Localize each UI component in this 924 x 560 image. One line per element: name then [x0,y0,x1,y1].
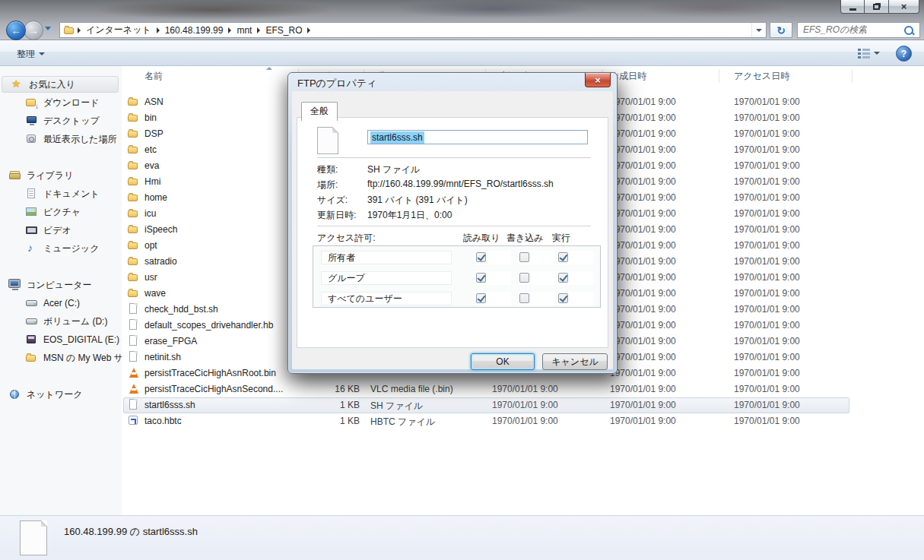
write-checkbox[interactable] [519,252,529,262]
dialog-field-label: 更新日時: [317,209,356,222]
back-button[interactable]: ← [6,21,26,40]
breadcrumb-item[interactable]: mnt [233,25,256,36]
help-button[interactable]: ? [896,46,912,62]
sidebar-item-label: ピクチャ [43,206,81,219]
desktop-icon [26,115,38,127]
ok-button[interactable]: OK [471,353,535,370]
sidebar-item-label: ドキュメント [43,188,100,201]
breadcrumb-item[interactable]: 160.48.199.99 [161,25,227,36]
sidebar-item-label: MSN の My Web サ [43,352,122,365]
dialog-field-value: 391 バイト (391 バイト) [367,194,468,207]
sidebar-item-downloads[interactable]: ダウンロード [0,94,122,111]
file-type: VLC media file (.bin) [370,384,453,394]
file-accessed: 1970/01/01 9:00 [734,192,800,203]
sidebar-item-favorites[interactable]: お気に入り [2,76,119,93]
recent-pages-dropdown-icon[interactable] [45,27,51,30]
search-icon [904,26,913,35]
file-accessed: 1970/01/01 9:00 [734,320,800,331]
close-icon: × [595,75,601,85]
read-checkbox[interactable] [476,293,486,303]
sidebar-item-libraries[interactable]: ライブラリ [0,167,122,184]
vlc-icon [128,383,140,395]
sidebar-item-label: コンピューター [27,279,91,292]
dialog-field-value: ftp://160.48.199.99/mnt/EFS_RO/startl6ss… [367,179,554,189]
libraries-icon [9,169,21,182]
execute-checkbox[interactable] [558,252,568,262]
file-created: 1970/01/01 9:00 [610,160,676,171]
chevron-down-icon [756,29,762,32]
folder-icon [128,191,140,204]
sidebar-item-label: Acer (C:) [43,298,80,308]
write-checkbox[interactable] [519,273,529,283]
sidebar-item-videos[interactable]: ビデオ [0,222,122,239]
sidebar-item-computer[interactable]: コンピューター [0,277,122,293]
file-row[interactable]: startl6sss.sh1 KBSH ファイル1970/01/01 9:001… [122,397,924,413]
dialog-close-button[interactable]: × [585,73,611,87]
execute-checkbox[interactable] [558,273,568,283]
sidebar-item-pictures[interactable]: ピクチャ [0,204,122,220]
sidebar-item-documents[interactable]: ドキュメント [0,185,122,202]
sidebar-item-network[interactable]: ネットワーク [0,386,122,403]
permission-cell [557,271,593,285]
sidebar-item-label: 最近表示した場所 [43,133,117,146]
navigation-pane: お気に入りダウンロードデスクトップ最近表示した場所ライブラリドキュメントピクチャ… [0,66,122,515]
sidebar-item-music[interactable]: ミュージック [0,240,122,257]
breadcrumb-item[interactable]: EFS_RO [262,25,306,36]
views-button[interactable] [858,48,880,59]
restore-button[interactable] [865,0,889,14]
sidebar-item-msn-folder[interactable]: MSN の My Web サ [0,350,122,366]
file-icon [128,303,140,315]
execute-checkbox[interactable] [558,293,568,303]
cancel-button[interactable]: キャンセル [542,353,608,370]
file-name: DSP [144,128,164,139]
sidebar-item-desktop[interactable]: デスクトップ [0,112,122,129]
divider [317,157,591,158]
filename-input[interactable]: startl6sss.sh [367,130,588,144]
file-name: taco.hbtc [144,416,182,426]
file-accessed: 1970/01/01 9:00 [734,288,800,299]
file-name: opt [144,240,157,251]
file-name: eva [144,160,159,171]
sidebar-item-drive-c[interactable]: Acer (C:) [0,295,122,312]
folder-icon [64,24,76,36]
vlc-icon [128,367,140,379]
file-created: 1970/01/01 9:00 [610,256,676,267]
file-icon [128,335,140,347]
file-name: iSpeech [144,224,177,235]
sidebar-item-recent-places[interactable]: 最近表示した場所 [0,131,122,147]
minimize-button[interactable] [840,0,865,14]
file-created: 1970/01/01 9:00 [610,272,676,283]
address-bar[interactable]: インターネット160.48.199.99mntEFS_RO [59,22,767,38]
file-accessed: 1970/01/01 9:00 [734,160,800,171]
breadcrumb: インターネット160.48.199.99mntEFS_RO [76,24,312,36]
read-checkbox[interactable] [476,252,486,262]
file-accessed: 1970/01/01 9:00 [734,176,800,187]
tab-general[interactable]: 全般 [301,102,338,121]
details-text: 160.48.199.99 の startl6sss.sh [64,525,198,539]
explorer-window: { "nav": { "breadcrumb": ["インターネット", "16… [0,0,924,560]
breadcrumb-item[interactable]: インターネット [82,24,155,36]
read-checkbox[interactable] [476,273,486,283]
file-name: satradio [144,256,177,267]
window-titlebar: × ← → インターネット160.48.199.99mntEFS_RO ↻ EF… [0,0,924,40]
file-name: icu [144,208,156,219]
sidebar-item-drive-e[interactable]: EOS_DIGITAL (E:) [0,331,122,348]
file-name: ASN [144,96,164,107]
file-row[interactable]: persistTraceCicHighAsnSecond....16 KBVLC… [122,381,924,397]
search-box[interactable]: EFS_ROの検索 [797,22,920,38]
folder-icon [128,223,140,236]
file-name: bin [144,112,157,123]
sidebar-item-drive-d[interactable]: ボリューム (D:) [0,313,122,330]
organize-button[interactable]: 整理 [11,46,51,62]
file-row[interactable]: taco.hbtc1 KBHBTC ファイル1970/01/01 9:00197… [122,413,924,429]
file-accessed: 1970/01/01 9:00 [734,336,800,346]
refresh-button[interactable]: ↻ [770,22,792,38]
permissions-label: アクセス許可: [317,232,375,245]
window-close-button[interactable]: × [889,0,919,14]
address-dropdown-button[interactable] [751,23,766,37]
write-checkbox[interactable] [519,293,529,303]
general-tab-page: startl6sss.sh 種類:SH ファイル場所:ftp://160.48.… [297,117,608,348]
file-accessed: 1970/01/01 9:00 [734,384,800,394]
forward-button[interactable]: → [24,21,43,40]
sidebar-item-label: デスクトップ [43,115,100,128]
